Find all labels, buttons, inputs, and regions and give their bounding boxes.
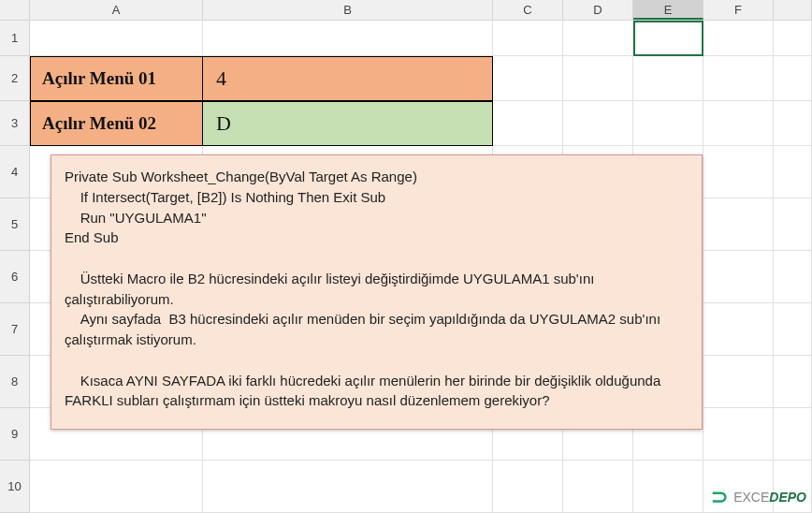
row-header-8[interactable]: 8 (0, 356, 30, 408)
row-header-2[interactable]: 2 (0, 56, 30, 101)
cell-F7[interactable] (703, 303, 774, 356)
cell-E10[interactable] (633, 461, 703, 513)
cell-F1[interactable] (703, 21, 774, 56)
cell-E3[interactable] (633, 101, 703, 146)
column-header-C[interactable]: C (493, 0, 563, 20)
row-header-9[interactable]: 9 (0, 408, 30, 461)
cell-B3-dropdown[interactable]: D (203, 101, 493, 146)
row-header-1[interactable]: 1 (0, 21, 30, 56)
cell-B1[interactable] (203, 21, 493, 56)
cell-G3[interactable] (774, 101, 812, 146)
cell-D3[interactable] (563, 101, 633, 146)
cell-G8[interactable] (774, 356, 812, 408)
watermark-text1: EXCEDEPO (733, 490, 806, 505)
cell-G7[interactable] (774, 303, 812, 356)
select-all-corner[interactable] (0, 0, 30, 20)
watermark: ⊃ EXCEDEPO (711, 487, 806, 507)
cell-G9[interactable] (774, 408, 812, 461)
vba-note-textbox[interactable]: Private Sub Worksheet_Change(ByVal Targe… (51, 154, 703, 430)
column-header-row: A B C D E F (0, 0, 812, 21)
row-header-10[interactable]: 10 (0, 461, 30, 513)
spreadsheet-grid: A B C D E F 1 2 Açılır Menü 01 4 (0, 0, 812, 513)
cell-D10[interactable] (563, 461, 633, 513)
cell-A3[interactable]: Açılır Menü 02 (30, 101, 203, 146)
cell-E2[interactable] (633, 56, 703, 101)
cell-F8[interactable] (703, 356, 774, 408)
cell-B10[interactable] (203, 461, 493, 513)
cell-F9[interactable] (703, 408, 774, 461)
row-header-6[interactable]: 6 (0, 251, 30, 303)
cell-C3[interactable] (493, 101, 563, 146)
cell-A1[interactable] (30, 21, 203, 56)
cell-F4[interactable] (703, 146, 774, 198)
cell-G6[interactable] (774, 251, 812, 303)
row-header-3[interactable]: 3 (0, 101, 30, 146)
cell-F6[interactable] (703, 251, 774, 303)
column-header-E[interactable]: E (633, 0, 703, 20)
cell-C10[interactable] (493, 461, 563, 513)
column-header-F[interactable]: F (703, 0, 774, 20)
cell-A10[interactable] (30, 461, 203, 513)
cell-C2[interactable] (493, 56, 563, 101)
cell-G5[interactable] (774, 198, 812, 251)
column-header-B[interactable]: B (203, 0, 493, 20)
cell-G2[interactable] (774, 56, 812, 101)
cell-D1[interactable] (563, 21, 633, 56)
row-2: 2 Açılır Menü 01 4 (0, 56, 812, 101)
cell-G4[interactable] (774, 146, 812, 198)
column-header-D[interactable]: D (563, 0, 633, 20)
row-header-7[interactable]: 7 (0, 303, 30, 356)
cell-G1[interactable] (774, 21, 812, 56)
column-header-overflow (774, 0, 812, 20)
row-header-5[interactable]: 5 (0, 198, 30, 251)
cell-F3[interactable] (703, 101, 774, 146)
cell-E1[interactable] (633, 21, 703, 56)
row-1: 1 (0, 21, 812, 56)
cell-A2[interactable]: Açılır Menü 01 (30, 56, 203, 101)
row-3: 3 Açılır Menü 02 D (0, 101, 812, 146)
cell-D2[interactable] (563, 56, 633, 101)
row-10: 10 (0, 461, 812, 513)
cell-F2[interactable] (703, 56, 774, 101)
watermark-icon: ⊃ (711, 487, 728, 507)
row-header-4[interactable]: 4 (0, 146, 30, 198)
cell-F5[interactable] (703, 198, 774, 251)
cell-B2-dropdown[interactable]: 4 (203, 56, 493, 101)
cell-C1[interactable] (493, 21, 563, 56)
column-header-A[interactable]: A (30, 0, 203, 20)
